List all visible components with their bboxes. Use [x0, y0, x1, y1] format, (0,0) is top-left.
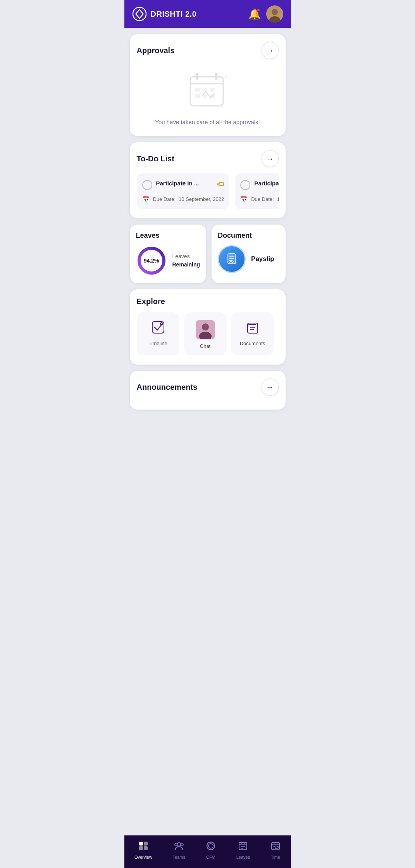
explore-timeline-item[interactable]: Timeline	[137, 312, 179, 355]
todo-item-title: Participate In	[254, 180, 278, 187]
announcements-header: Announcements →	[137, 379, 279, 396]
approvals-card: Approvals →	[130, 34, 286, 136]
approvals-empty-state: You have taken care of all the approvals…	[137, 65, 279, 128]
leaves-donut-chart: 94.2%	[136, 245, 167, 276]
overview-nav-label: Overview	[134, 855, 152, 859]
main-content: Approvals →	[124, 28, 291, 444]
documents-icon	[245, 320, 260, 337]
time-nav-icon	[270, 841, 281, 853]
header-left: DRISHTI 2.0	[132, 7, 197, 21]
svg-rect-39	[139, 842, 143, 846]
svg-rect-40	[144, 842, 148, 846]
time-nav-label: Time	[271, 855, 280, 859]
arrow-right-icon: →	[266, 383, 274, 392]
approvals-title: Approvals	[137, 46, 175, 55]
approvals-arrow-button[interactable]: →	[262, 42, 279, 59]
user-avatar[interactable]	[266, 5, 283, 22]
date-icon: 📅	[240, 195, 248, 203]
due-date-value: 1	[277, 196, 279, 202]
app-logo-icon	[132, 7, 147, 21]
leaves-card[interactable]: Leaves 94.2%	[130, 225, 207, 283]
todo-item-top: Participate In	[240, 180, 278, 190]
svg-point-26	[202, 323, 209, 330]
svg-point-2	[272, 9, 278, 15]
overview-nav-icon	[138, 841, 148, 853]
date-icon: 📅	[142, 195, 150, 203]
nav-item-teams[interactable]: Teams	[169, 839, 189, 861]
svg-point-45	[181, 844, 183, 846]
teams-nav-label: Teams	[173, 855, 185, 859]
leaves-label: Leaves Remaining	[172, 252, 200, 269]
svg-rect-7	[215, 73, 217, 80]
app-title: DRISHTI 2.0	[151, 10, 197, 19]
nav-item-overview[interactable]: Overview	[131, 839, 156, 861]
leaves-content: 94.2% Leaves Remaining	[136, 245, 200, 276]
approvals-empty-message: You have taken care of all the approvals…	[155, 119, 260, 125]
calendar-icon-wrap	[184, 69, 231, 113]
todo-date: 📅 Due Date: 10 September, 2022	[142, 195, 224, 203]
arrow-right-icon: →	[266, 46, 274, 55]
todo-item[interactable]: Participate In 📅 Due Date: 1	[235, 173, 278, 209]
todo-header: To-Do List →	[137, 150, 279, 167]
notification-button[interactable]: 🔔	[248, 8, 261, 20]
announcements-title: Announcements	[137, 383, 198, 392]
explore-card: Explore Timeline	[130, 289, 286, 365]
announcements-arrow-button[interactable]: →	[262, 379, 279, 396]
arrow-right-icon: →	[266, 154, 274, 163]
document-card-title: Document	[218, 232, 279, 240]
leaves-card-title: Leaves	[136, 232, 200, 240]
todo-item-top: Participate In ... 🏷	[142, 180, 224, 190]
svg-rect-11	[195, 94, 200, 98]
explore-chat-item[interactable]: Chat	[184, 312, 227, 355]
explore-documents-item[interactable]: Documents	[231, 312, 274, 355]
document-card[interactable]: Document Payslip	[212, 225, 285, 283]
todo-date: 📅 Due Date: 1	[240, 195, 278, 203]
svg-rect-52	[239, 842, 247, 850]
announcements-card: Announcements →	[130, 371, 286, 410]
leaves-nav-icon	[238, 841, 248, 853]
svg-rect-42	[144, 846, 148, 850]
todo-item[interactable]: Participate In ... 🏷 📅 Due Date: 10 Sept…	[137, 173, 230, 209]
due-label: Due Date:	[153, 196, 176, 202]
chat-avatar-icon	[196, 320, 215, 339]
todo-arrow-button[interactable]: →	[262, 150, 279, 167]
header-right: 🔔	[248, 5, 283, 22]
todo-check-title: Participate In ...	[142, 180, 199, 190]
nav-item-leaves[interactable]: Leaves	[232, 839, 254, 861]
cfm-nav-icon	[206, 841, 216, 853]
todo-checkbox[interactable]	[240, 180, 250, 190]
donut-percentage: 94.2%	[144, 258, 159, 264]
due-date-value: 10 September, 2022	[179, 196, 224, 202]
due-label: Due Date:	[251, 196, 274, 202]
calendar-icon	[184, 69, 231, 112]
timeline-label: Timeline	[148, 341, 167, 346]
nav-item-cfm[interactable]: CFM	[202, 839, 220, 861]
documents-label: Documents	[240, 341, 265, 346]
todo-title: To-Do List	[137, 154, 174, 163]
chat-label: Chat	[200, 343, 210, 349]
timeline-icon	[151, 320, 165, 337]
bottom-navigation: Overview Teams CFM	[124, 835, 291, 868]
todo-item-title: Participate In ...	[156, 180, 199, 187]
svg-rect-9	[203, 88, 207, 92]
svg-point-14	[193, 74, 195, 76]
cfm-nav-label: CFM	[206, 855, 215, 859]
svg-rect-54	[241, 842, 242, 844]
nav-item-time[interactable]: Time	[267, 839, 284, 861]
svg-point-16	[225, 76, 227, 78]
tag-icon: 🏷	[217, 180, 224, 188]
svg-rect-6	[196, 73, 198, 80]
leaves-document-row: Leaves 94.2%	[130, 225, 286, 283]
payslip-label: Payslip	[251, 255, 274, 263]
svg-rect-10	[210, 88, 215, 92]
todo-checkbox[interactable]	[142, 180, 152, 190]
app-header: DRISHTI 2.0 🔔	[124, 0, 291, 28]
approvals-header: Approvals →	[137, 42, 279, 59]
avatar-image	[266, 5, 283, 22]
todo-card: To-Do List → Participate In ... 🏷 📅 Due …	[130, 142, 286, 218]
teams-nav-icon	[174, 841, 184, 853]
payslip-icon	[218, 245, 246, 273]
svg-point-47	[208, 844, 213, 848]
leaves-nav-label: Leaves	[236, 855, 250, 859]
svg-rect-55	[244, 842, 245, 844]
